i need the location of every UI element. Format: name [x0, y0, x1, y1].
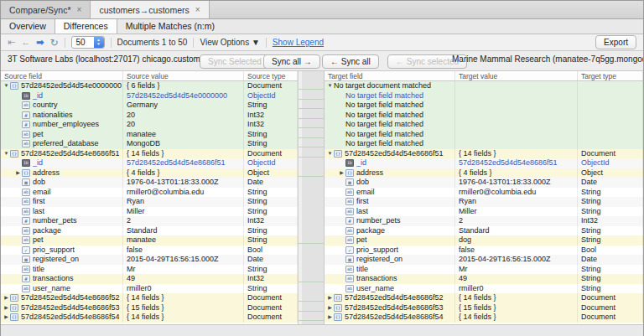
page-size-select[interactable]: 50 ▲▼	[71, 36, 105, 49]
target-table-row[interactable]: ▶abuser_namermiller0String	[325, 284, 643, 294]
string-type-icon: ab	[345, 208, 354, 215]
target-table-row[interactable]: ▶{}57d28452ed5d4d54e8686f52{ 14 fields }…	[325, 293, 643, 303]
source-table-row[interactable]: ▼{}57d28452ed5d4d54e8686f51{ 14 fields }…	[1, 149, 298, 159]
expander-icon[interactable]: ▶	[3, 303, 10, 313]
source-table-row[interactable]: ▶abemailrmiller0@columbia.eduString	[1, 188, 298, 198]
expander-icon[interactable]: ▼	[3, 81, 10, 91]
export-button[interactable]: Export	[595, 35, 636, 49]
target-table-row[interactable]: ▶▦dob1976-04-13T01:18:33.000ZDate	[325, 178, 643, 188]
source-table-row[interactable]: ▶{}57d28452ed5d4d54e8686f52{ 14 fields }…	[1, 293, 298, 303]
expander-icon[interactable]: ▶	[326, 303, 334, 313]
view-options-menu[interactable]: View Options ▼	[200, 38, 259, 47]
source-table-row[interactable]: ▶ID_id57d28452ed5d4d54e0000000ObjectId	[1, 91, 298, 101]
show-legend-link[interactable]: Show Legend	[273, 38, 324, 47]
source-table-row[interactable]: ▶abcountryGermanyString	[1, 101, 298, 111]
source-table-row[interactable]: ▶#nationalities20Int32	[1, 111, 298, 121]
source-table-row[interactable]: ▶✓prio_supportfalseBool	[1, 246, 298, 256]
target-table-row[interactable]: ▶#number_pets2Int32	[325, 216, 643, 226]
tab-customers-customers[interactable]: customers→customers ×	[91, 1, 209, 18]
field-value: rmiller0@columbia.edu	[123, 188, 244, 198]
field-name: address	[356, 168, 383, 178]
column-header[interactable]: Target value	[455, 71, 578, 80]
toolbar: ⇤ ← ➡ ↻ 50 ▲▼ Documents 1 to 50 View Opt…	[1, 34, 643, 51]
source-table-row[interactable]: ▶{}57d28452ed5d4d54e8686f54{ 14 fields }…	[1, 313, 298, 323]
column-header[interactable]: Target type	[578, 71, 643, 80]
target-table-row[interactable]: ▶No target field matched	[325, 91, 643, 101]
source-table-row[interactable]: ▶{}address{ 4 fields }Object	[1, 168, 298, 178]
target-table-row[interactable]: ▶{}address{ 4 fields }Object	[325, 168, 643, 178]
source-table-row[interactable]: ▶#number_employees20Int32	[1, 120, 298, 130]
refresh-icon[interactable]: ↻	[49, 38, 58, 48]
target-table-row[interactable]: ▶No target field matched	[325, 130, 643, 140]
field-name: title	[356, 265, 368, 275]
expander-icon[interactable]: ▼	[3, 149, 10, 159]
source-table-row[interactable]: ▶{}57d28452ed5d4d54e8686f53{ 15 fields }…	[1, 303, 298, 313]
stepper-icon[interactable]: ▲▼	[94, 37, 104, 48]
column-header[interactable]: Source value	[123, 71, 244, 80]
expander-icon[interactable]: ▶	[3, 313, 10, 323]
field-name: prio_support	[33, 246, 75, 256]
previous-page-icon[interactable]: ←	[21, 38, 30, 47]
source-table-row[interactable]: ▶ablastMillerString	[1, 207, 298, 217]
target-table-row[interactable]: ▶ID_id57d28452ed5d4d54e8686f51ObjectId	[325, 158, 643, 168]
expander-icon[interactable]: ▶	[326, 293, 334, 303]
target-table-row[interactable]: ▼{}57d28452ed5d4d54e8686f51{ 14 fields }…	[325, 149, 643, 159]
target-table-row[interactable]: ▶abtitleMrString	[325, 265, 643, 275]
source-table-row[interactable]: ▶abpetmanateeString	[1, 235, 298, 246]
field-type: String	[244, 188, 298, 198]
field-value: false	[455, 246, 578, 256]
target-table-row[interactable]: ▶No target field matched	[325, 111, 643, 121]
target-table-row[interactable]: ▶No target field matched	[325, 120, 643, 130]
target-table-row[interactable]: ▶abpetdogString	[325, 235, 643, 246]
target-table-row[interactable]: ▶▦registered_on2015-04-29T16:56:15.000ZD…	[325, 255, 643, 265]
source-table-row[interactable]: ▶abuser_namermiller0String	[1, 284, 298, 294]
tab-differences[interactable]: Differences	[55, 19, 117, 34]
expander-icon[interactable]: ▼	[326, 81, 334, 91]
field-name: nationalities	[33, 111, 73, 121]
target-table-row[interactable]: ▶abtransactions49String	[325, 274, 643, 284]
source-table-row[interactable]: ▶abtitleMrString	[1, 265, 298, 275]
column-header[interactable]: Source field	[1, 71, 123, 80]
source-table-row[interactable]: ▶▦dob1976-04-13T01:18:33.000ZDate	[1, 178, 298, 188]
expander-icon[interactable]: ▼	[326, 149, 334, 159]
sync-all-right-button[interactable]: Sync all →	[263, 54, 320, 69]
source-table-row[interactable]: ▶#number_pets2Int32	[1, 216, 298, 226]
source-table-row[interactable]: ▶abpackageStandardString	[1, 226, 298, 236]
expander-icon[interactable]: ▶	[3, 293, 10, 303]
expander-icon[interactable]: ▶	[326, 313, 334, 323]
tab-overview[interactable]: Overview	[1, 19, 55, 34]
field-type: Object	[578, 168, 643, 178]
source-table-row[interactable]: ▶▦registered_on2015-04-29T16:56:15.000ZD…	[1, 255, 298, 265]
source-table-row[interactable]: ▼{}57d28452ed5d4d54e0000000{ 6 fields }D…	[1, 81, 298, 91]
tab-multiple-matches[interactable]: Multiple Matches (n:m)	[117, 19, 223, 34]
field-name: transactions	[33, 274, 74, 284]
target-table-row[interactable]: ▶abemailrmiller0@columbia.eduString	[325, 188, 643, 198]
close-icon[interactable]: ×	[77, 5, 82, 14]
target-table-row[interactable]: ▶{}57d28452ed5d4d54e8686f54{ 14 fields }…	[325, 313, 643, 323]
target-table-row[interactable]: ▶abfirstRyanString	[325, 197, 643, 207]
source-table-row[interactable]: ▶abpreferred_databaseMongoDBString	[1, 139, 298, 149]
column-header[interactable]: Target field	[325, 71, 455, 80]
source-table-row[interactable]: ▶ID_id57d28452ed5d4d54e8686f51ObjectId	[1, 158, 298, 168]
tab-compare-sync[interactable]: Compare/Sync* ×	[1, 1, 91, 18]
source-table-row[interactable]: ▶abpetmanateeString	[1, 130, 298, 140]
field-name: 57d28452ed5d4d54e8686f51	[345, 149, 444, 159]
source-table-row[interactable]: ▶abfirstRyanString	[1, 197, 298, 207]
source-table-row[interactable]: ▶#transactions49Int32	[1, 274, 298, 284]
target-table-row[interactable]: ▶No target field matched	[325, 101, 643, 111]
sync-all-left-button[interactable]: ← Sync all	[322, 54, 379, 69]
first-page-icon[interactable]: ⇤	[8, 38, 15, 47]
close-icon[interactable]: ×	[195, 5, 200, 14]
column-header[interactable]: Source type	[244, 71, 298, 80]
expander-icon[interactable]: ▶	[338, 168, 345, 178]
target-table-row[interactable]: ▶ablastMillerString	[325, 207, 643, 217]
string-type-icon: ab	[22, 227, 30, 235]
target-table-row[interactable]: ▼No target document matched	[325, 81, 643, 91]
target-table-row[interactable]: ▶abpackageStandardString	[325, 226, 643, 236]
field-type: String	[578, 226, 643, 236]
target-table-row[interactable]: ▶{}57d28452ed5d4d54e8686f53{ 15 fields }…	[325, 303, 643, 313]
target-table-row[interactable]: ▶✓prio_supportfalseBool	[325, 246, 643, 256]
target-table-row[interactable]: ▶No target field matched	[325, 139, 643, 149]
next-page-icon[interactable]: ➡	[36, 38, 44, 47]
expander-icon[interactable]: ▶	[14, 168, 22, 178]
